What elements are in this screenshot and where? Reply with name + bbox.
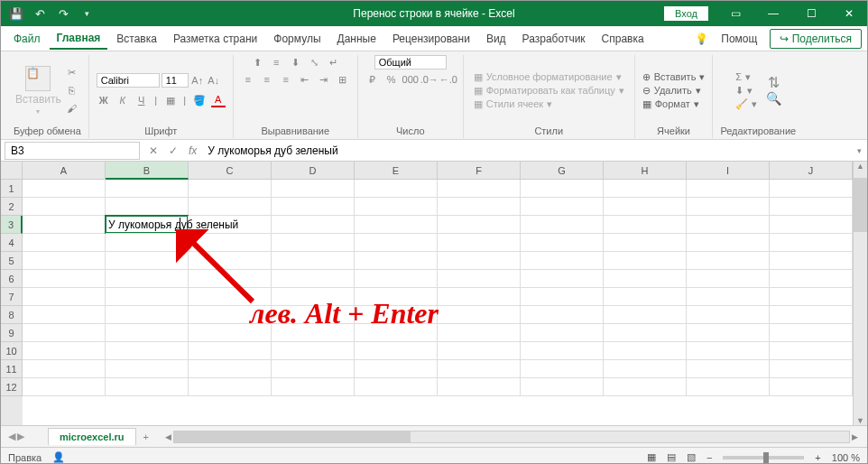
qat-customize-icon[interactable]: ▾ [78, 5, 95, 22]
col-header-F[interactable]: F [438, 162, 521, 180]
tell-me-icon[interactable]: 💡 [695, 32, 708, 45]
number-format-select[interactable] [374, 55, 447, 70]
copy-icon[interactable]: ⎘ [64, 83, 78, 97]
vertical-scrollbar[interactable]: ▲ ▼ [853, 162, 867, 425]
close-icon[interactable]: ✕ [831, 1, 867, 26]
tab-file[interactable]: Файл [6, 29, 48, 49]
font-color-icon[interactable]: A [211, 93, 226, 107]
align-middle-icon[interactable]: ≡ [269, 55, 283, 70]
align-center-icon[interactable]: ≡ [260, 72, 274, 87]
border-icon[interactable]: ▦ [163, 93, 178, 107]
name-box[interactable] [5, 142, 140, 160]
select-all-corner[interactable] [1, 162, 23, 180]
align-left-icon[interactable]: ≡ [241, 72, 255, 87]
italic-icon[interactable]: К [115, 93, 130, 107]
view-page-layout-icon[interactable]: ▤ [667, 451, 676, 463]
align-bottom-icon[interactable]: ⬇ [288, 55, 302, 70]
conditional-formatting-button[interactable]: ▦Условное форматирование ▾ [474, 71, 624, 83]
font-name-select[interactable] [97, 73, 160, 88]
decrease-decimal-icon[interactable]: ←.0 [441, 72, 456, 87]
tab-insert[interactable]: Вставка [109, 29, 164, 49]
view-page-break-icon[interactable]: ▧ [687, 451, 696, 463]
col-header-B[interactable]: B [106, 162, 189, 180]
zoom-level[interactable]: 100 % [832, 452, 860, 463]
row-header-9[interactable]: 9 [1, 324, 23, 342]
formula-input[interactable] [202, 143, 852, 159]
row-header-5[interactable]: 5 [1, 252, 23, 270]
paste-button[interactable]: 📋 Вставить ▾ [15, 66, 60, 116]
increase-font-icon[interactable]: A↑ [190, 73, 205, 88]
share-button[interactable]: ↪ Поделиться [770, 29, 862, 49]
align-top-icon[interactable]: ⬆ [250, 55, 264, 70]
tab-assist[interactable]: Помощ [714, 29, 764, 49]
row-header-6[interactable]: 6 [1, 270, 23, 288]
fx-icon[interactable]: fx [183, 144, 202, 157]
login-button[interactable]: Вход [664, 6, 708, 21]
tab-home[interactable]: Главная [50, 28, 108, 50]
tab-developer[interactable]: Разработчик [515, 29, 593, 49]
bold-icon[interactable]: Ж [97, 93, 111, 107]
formula-expand-icon[interactable]: ▾ [852, 146, 867, 155]
format-painter-icon[interactable]: 🖌 [64, 101, 78, 116]
row-header-11[interactable]: 11 [1, 360, 23, 378]
increase-decimal-icon[interactable]: .0→ [422, 72, 437, 87]
increase-indent-icon[interactable]: ⇥ [317, 72, 331, 87]
tab-data[interactable]: Данные [330, 29, 383, 49]
col-header-A[interactable]: A [23, 162, 106, 180]
currency-icon[interactable]: ₽ [365, 72, 380, 87]
horizontal-scrollbar[interactable]: ◀ ▶ [156, 431, 867, 443]
row-header-7[interactable]: 7 [1, 288, 23, 306]
fill-color-icon[interactable]: 🪣 [192, 93, 207, 107]
redo-icon[interactable]: ↷ [55, 5, 71, 22]
tab-view[interactable]: Вид [479, 29, 513, 49]
row-header-8[interactable]: 8 [1, 306, 23, 324]
zoom-in-icon[interactable]: + [815, 452, 820, 463]
row-header-1[interactable]: 1 [1, 180, 23, 198]
decrease-indent-icon[interactable]: ⇤ [298, 72, 312, 87]
col-header-C[interactable]: C [189, 162, 272, 180]
row-header-10[interactable]: 10 [1, 342, 23, 360]
merge-icon[interactable]: ⊞ [336, 72, 350, 87]
row-header-3[interactable]: 3 [1, 216, 23, 234]
ribbon-options-icon[interactable]: ▭ [717, 1, 753, 26]
col-header-D[interactable]: D [272, 162, 355, 180]
format-as-table-button[interactable]: ▦Форматировать как таблицу ▾ [474, 85, 624, 97]
tab-formulas[interactable]: Формулы [266, 29, 328, 49]
decrease-font-icon[interactable]: A↓ [207, 73, 221, 88]
col-header-H[interactable]: H [604, 162, 687, 180]
col-header-I[interactable]: I [687, 162, 770, 180]
sheet-nav-prev-icon[interactable]: ◀ [8, 431, 15, 442]
hscroll-thumb[interactable] [174, 432, 411, 442]
tab-help[interactable]: Справка [595, 29, 651, 49]
row-header-2[interactable]: 2 [1, 198, 23, 216]
delete-cells-button[interactable]: ⊖Удалить ▾ [642, 85, 706, 97]
cut-icon[interactable]: ✂ [64, 65, 78, 79]
find-select-icon[interactable]: 🔍 [766, 91, 780, 106]
comma-icon[interactable]: 000 [403, 72, 418, 87]
sort-filter-icon[interactable]: ⇅ [766, 75, 780, 89]
orientation-icon[interactable]: ⤡ [307, 55, 321, 70]
col-header-J[interactable]: J [770, 162, 853, 180]
zoom-slider[interactable] [723, 456, 804, 459]
vscroll-thumb[interactable] [854, 178, 867, 232]
cancel-formula-icon[interactable]: ✕ [143, 144, 163, 157]
fill-button[interactable]: ⬇ ▾ [735, 85, 757, 97]
col-header-E[interactable]: E [355, 162, 438, 180]
autosum-button[interactable]: Σ ▾ [735, 71, 757, 83]
cell-grid[interactable]: У лукоморья дуб зеленый лев. Al [23, 180, 853, 425]
accessibility-icon[interactable]: 👤 [52, 451, 65, 463]
clear-button[interactable]: 🧹 ▾ [735, 98, 757, 110]
row-header-12[interactable]: 12 [1, 378, 23, 396]
row-header-4[interactable]: 4 [1, 234, 23, 252]
underline-icon[interactable]: Ч [134, 93, 149, 107]
view-normal-icon[interactable]: ▦ [647, 451, 656, 463]
zoom-out-icon[interactable]: − [706, 452, 712, 463]
col-header-G[interactable]: G [521, 162, 604, 180]
font-size-select[interactable] [162, 73, 189, 88]
minimize-icon[interactable]: — [755, 1, 791, 26]
wrap-text-icon[interactable]: ↵ [326, 55, 340, 70]
enter-formula-icon[interactable]: ✓ [163, 144, 183, 157]
insert-cells-button[interactable]: ⊕Вставить ▾ [642, 71, 706, 83]
sheet-tab-active[interactable]: microexcel.ru [48, 428, 136, 445]
tab-layout[interactable]: Разметка страни [166, 29, 264, 49]
